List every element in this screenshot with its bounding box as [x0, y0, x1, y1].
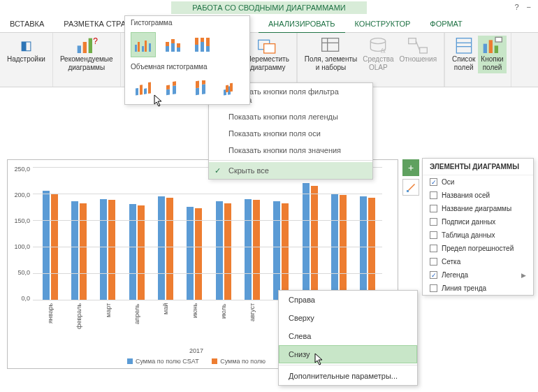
svg-rect-50	[196, 88, 199, 96]
svg-rect-23	[494, 45, 497, 53]
relationships-button[interactable]: Отношения	[397, 36, 440, 73]
svg-rect-56	[226, 85, 228, 93]
show-legend-buttons[interactable]: Показать кнопки поля легенды	[209, 108, 372, 125]
bars-area	[36, 167, 382, 300]
recommended-charts-icon: ?	[75, 37, 98, 54]
svg-rect-28	[145, 41, 147, 52]
move-chart-icon	[256, 37, 279, 54]
svg-rect-37	[195, 38, 198, 45]
svg-rect-52	[202, 84, 205, 94]
svg-rect-26	[138, 42, 140, 52]
svg-rect-25	[135, 45, 137, 52]
title-bar: РАБОТА СО СВОДНЫМИ ДИАГРАММАМИ ? −	[0, 0, 538, 15]
fields-items-button[interactable]: Поля, элементы и наборы	[302, 36, 360, 73]
element-error-bars[interactable]: Предел погрешностей	[423, 242, 533, 255]
svg-rect-45	[148, 82, 151, 94]
ribbon: ◧ Надстройки ? Рекомендуемые диаграммы ▾…	[0, 33, 538, 87]
3d-column[interactable]	[219, 76, 244, 101]
chart-gallery-dropdown: Гистограмма Объемная гистограмма	[124, 15, 250, 105]
svg-rect-31	[166, 42, 169, 46]
element-legend[interactable]: ✓Легенда▶	[423, 268, 533, 282]
element-gridlines[interactable]: Сетка	[423, 255, 533, 268]
svg-rect-27	[142, 46, 144, 52]
svg-rect-18	[456, 38, 471, 52]
svg-rect-15	[409, 38, 416, 43]
svg-rect-16	[420, 48, 428, 53]
svg-rect-21	[483, 43, 486, 52]
minimize-icon[interactable]: −	[527, 3, 531, 11]
svg-rect-40	[206, 46, 210, 52]
chart-elements-panel: ЭЛЕМЕНТЫ ДИАГРАММЫ ✓Оси Названия осей На…	[422, 158, 534, 296]
y-axis: 250,0200,0150,0100,050,00,0	[9, 166, 30, 302]
svg-text:?: ?	[93, 36, 98, 46]
stacked-column-100[interactable]	[189, 32, 215, 57]
tab-insert[interactable]: ВСТАВКА	[0, 15, 54, 32]
element-data-table[interactable]: Таблица данных	[423, 228, 533, 242]
legend-more-options[interactable]: Дополнительные параметры...	[279, 367, 417, 385]
svg-rect-47	[166, 85, 170, 90]
svg-rect-33	[171, 39, 175, 43]
fields-icon	[320, 37, 342, 54]
elements-panel-title: ЭЛЕМЕНТЫ ДИАГРАММЫ	[423, 159, 533, 175]
recommended-charts-button[interactable]: ? Рекомендуемые диаграммы	[57, 36, 116, 73]
field-list-icon	[453, 37, 475, 54]
gallery-3d-histogram-title: Объемная гистограмма	[125, 60, 249, 73]
element-chart-title[interactable]: Название диаграммы	[423, 202, 533, 215]
show-value-buttons[interactable]: Показать кнопки поля значения	[209, 142, 372, 159]
svg-rect-39	[201, 38, 204, 42]
svg-rect-49	[173, 81, 176, 86]
field-buttons-button[interactable]: Кнопки полей	[478, 36, 506, 73]
svg-rect-35	[177, 43, 180, 48]
svg-rect-22	[488, 40, 492, 53]
svg-line-17	[416, 41, 420, 50]
svg-rect-57	[230, 83, 233, 92]
svg-rect-29	[149, 43, 151, 52]
element-axis-titles[interactable]: Названия осей	[423, 189, 533, 202]
tab-format[interactable]: ФОРМАТ	[420, 15, 472, 34]
svg-rect-43	[140, 85, 143, 95]
show-axis-buttons[interactable]: Показать кнопки поля оси	[209, 125, 372, 142]
svg-rect-58	[407, 190, 409, 192]
svg-text:fx: fx	[381, 48, 386, 55]
hide-all-buttons[interactable]: ✓Скрыть все	[209, 162, 372, 179]
element-axes[interactable]: ✓Оси	[423, 175, 533, 189]
svg-rect-32	[171, 43, 175, 52]
olap-icon: fx	[367, 37, 389, 54]
element-trendline[interactable]: Линия тренда	[423, 282, 533, 295]
olap-button[interactable]: fx Средства OLAP	[360, 36, 396, 73]
addins-button[interactable]: ◧ Надстройки	[4, 36, 48, 65]
element-data-labels[interactable]: Подписи данных	[423, 215, 533, 228]
pivot-tools-title: РАБОТА СО СВОДНЫМИ ДИАГРАММАМИ	[171, 1, 366, 14]
3d-clustered-column[interactable]	[131, 76, 156, 101]
svg-rect-36	[195, 45, 198, 52]
legend-top[interactable]: Сверху	[279, 309, 417, 327]
3d-stacked-column[interactable]	[160, 76, 185, 101]
chart-elements-button[interactable]: +	[402, 159, 419, 176]
clustered-column[interactable]	[131, 32, 156, 57]
svg-rect-10	[321, 38, 338, 51]
legend-left[interactable]: Слева	[279, 327, 417, 345]
addins-icon: ◧	[15, 37, 37, 54]
legend-bottom[interactable]: Снизу	[279, 345, 417, 363]
chart-styles-button[interactable]	[402, 179, 419, 196]
legend-right[interactable]: Справа	[279, 291, 417, 309]
chart-side-buttons: +	[402, 159, 419, 196]
tab-analyze[interactable]: АНАЛИЗИРОВАТЬ	[259, 15, 345, 34]
window-controls: ? −	[509, 3, 531, 11]
stacked-column[interactable]	[160, 32, 185, 57]
move-chart-button[interactable]: Переместить диаграмму	[244, 36, 292, 73]
legend-position-submenu: Справа Сверху Слева Снизу Дополнительные…	[278, 290, 418, 386]
svg-rect-46	[166, 89, 170, 96]
tabs-row: ВСТАВКА РАЗМЕТКА СТРАНИЦЫ АНАЛИЗИРОВАТЬ …	[0, 15, 538, 33]
svg-rect-41	[206, 38, 210, 46]
3d-stacked-column-100[interactable]	[189, 76, 215, 101]
svg-rect-51	[196, 81, 199, 89]
svg-rect-9	[264, 43, 275, 52]
svg-rect-34	[177, 48, 180, 52]
svg-rect-42	[136, 88, 138, 96]
help-icon[interactable]: ?	[514, 3, 518, 11]
svg-rect-48	[173, 85, 176, 94]
field-list-button[interactable]: Список полей	[449, 36, 478, 73]
tab-design[interactable]: КОНСТРУКТОР	[345, 15, 421, 34]
svg-rect-44	[144, 88, 147, 94]
